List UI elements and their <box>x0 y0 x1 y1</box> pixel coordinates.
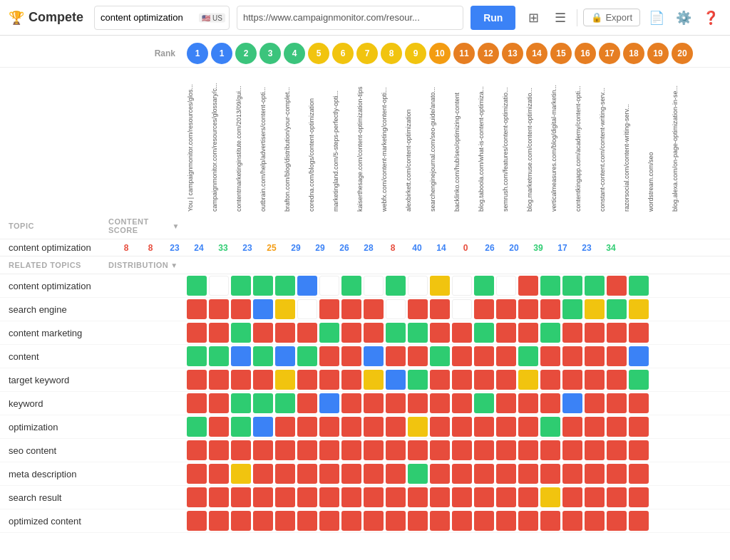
topic-cell[interactable] <box>607 511 627 531</box>
topic-cell[interactable] <box>562 323 582 343</box>
topic-cell[interactable] <box>607 417 627 437</box>
topic-cell[interactable] <box>319 323 339 343</box>
topic-cell[interactable] <box>231 393 251 413</box>
topic-cell[interactable] <box>585 276 605 296</box>
topic-cell[interactable] <box>275 464 295 484</box>
topic-cell[interactable] <box>408 487 428 507</box>
topic-cell[interactable] <box>386 511 406 531</box>
url-label[interactable]: searchenginejournal.com/seo-guide/anato.… <box>429 69 451 212</box>
topic-cell[interactable] <box>474 440 494 460</box>
topic-cell[interactable] <box>430 370 450 390</box>
topic-cell[interactable] <box>607 487 627 507</box>
topic-cell[interactable] <box>607 276 627 296</box>
topic-cell[interactable] <box>408 440 428 460</box>
topic-cell[interactable] <box>452 276 472 296</box>
topic-cell[interactable] <box>430 487 450 507</box>
topic-cell[interactable] <box>187 440 207 460</box>
topic-cell[interactable] <box>364 464 384 484</box>
topic-cell[interactable] <box>386 299 406 319</box>
topic-cell[interactable] <box>562 299 582 319</box>
topic-cell[interactable] <box>187 370 207 390</box>
topic-cell[interactable] <box>187 417 207 437</box>
topic-cell[interactable] <box>187 511 207 531</box>
topic-cell[interactable] <box>253 346 273 366</box>
url-label[interactable]: verticalmeasures.com/blog/digital-market… <box>550 69 572 212</box>
topic-cell[interactable] <box>452 299 472 319</box>
topic-cell[interactable] <box>430 417 450 437</box>
topic-cell[interactable] <box>231 346 251 366</box>
topic-cell[interactable] <box>585 323 605 343</box>
topic-cell[interactable] <box>275 323 295 343</box>
topic-cell[interactable] <box>386 276 406 296</box>
topic-cell[interactable] <box>319 464 339 484</box>
topic-cell[interactable] <box>187 299 207 319</box>
topic-cell[interactable] <box>209 370 229 390</box>
topic-cell[interactable] <box>341 346 361 366</box>
topic-cell[interactable] <box>386 440 406 460</box>
settings-icon[interactable]: ⚙️ <box>673 7 694 28</box>
topic-cell[interactable] <box>275 440 295 460</box>
topic-cell[interactable] <box>209 323 229 343</box>
topic-cell[interactable] <box>408 464 428 484</box>
topic-cell[interactable] <box>231 323 251 343</box>
topic-cell[interactable] <box>253 464 273 484</box>
topic-cell[interactable] <box>474 487 494 507</box>
topic-cell[interactable] <box>629 346 649 366</box>
topic-cell[interactable] <box>364 487 384 507</box>
topic-cell[interactable] <box>275 370 295 390</box>
topic-cell[interactable] <box>275 299 295 319</box>
topic-cell[interactable] <box>364 346 384 366</box>
topic-cell[interactable] <box>364 440 384 460</box>
topic-cell[interactable] <box>607 323 627 343</box>
topic-cell[interactable] <box>408 299 428 319</box>
topic-cell[interactable] <box>275 346 295 366</box>
topic-cell[interactable] <box>408 370 428 390</box>
topic-cell[interactable] <box>386 393 406 413</box>
topic-cell[interactable] <box>474 393 494 413</box>
topic-cell[interactable] <box>430 276 450 296</box>
topic-cell[interactable] <box>364 511 384 531</box>
topic-cell[interactable] <box>430 323 450 343</box>
topic-cell[interactable] <box>430 299 450 319</box>
topic-cell[interactable] <box>540 370 560 390</box>
topic-cell[interactable] <box>585 370 605 390</box>
topic-cell[interactable] <box>187 393 207 413</box>
url-label[interactable]: blog.taboola.com/what-is-content-optimiz… <box>478 69 499 212</box>
topic-cell[interactable] <box>209 511 229 531</box>
topic-cell[interactable] <box>607 346 627 366</box>
topic-cell[interactable] <box>452 346 472 366</box>
topic-cell[interactable] <box>474 276 494 296</box>
topic-cell[interactable] <box>629 370 649 390</box>
url-label[interactable]: contentkingapp.com/academy/content-opti.… <box>575 69 596 212</box>
topic-cell[interactable] <box>253 440 273 460</box>
url-label[interactable]: wordstream.com/seo <box>647 69 669 212</box>
topic-cell[interactable] <box>341 299 361 319</box>
url-label[interactable]: constant-content.com/content-writing-ser… <box>599 69 620 212</box>
topic-cell[interactable] <box>209 299 229 319</box>
topic-cell[interactable] <box>585 440 605 460</box>
topic-cell[interactable] <box>629 323 649 343</box>
topic-cell[interactable] <box>408 346 428 366</box>
topic-cell[interactable] <box>496 346 516 366</box>
topic-cell[interactable] <box>540 417 560 437</box>
topic-cell[interactable] <box>540 487 560 507</box>
topic-cell[interactable] <box>585 487 605 507</box>
topic-cell[interactable] <box>474 370 494 390</box>
topic-cell[interactable] <box>585 299 605 319</box>
url-label[interactable]: webfx.com/content-marketing/content-opti… <box>381 69 402 212</box>
topic-cell[interactable] <box>319 417 339 437</box>
topic-cell[interactable] <box>386 323 406 343</box>
topic-cell[interactable] <box>297 511 317 531</box>
url-label[interactable]: alexbirkett.com/content-optimization <box>405 69 426 212</box>
topic-cell[interactable] <box>518 299 538 319</box>
topic-cell[interactable] <box>629 511 649 531</box>
document-icon[interactable]: 📄 <box>646 7 667 28</box>
topic-cell[interactable] <box>253 487 273 507</box>
topic-cell[interactable] <box>253 323 273 343</box>
topic-cell[interactable] <box>253 370 273 390</box>
topic-cell[interactable] <box>496 393 516 413</box>
topic-cell[interactable] <box>629 276 649 296</box>
topic-cell[interactable] <box>496 417 516 437</box>
topic-cell[interactable] <box>231 464 251 484</box>
topic-cell[interactable] <box>629 464 649 484</box>
